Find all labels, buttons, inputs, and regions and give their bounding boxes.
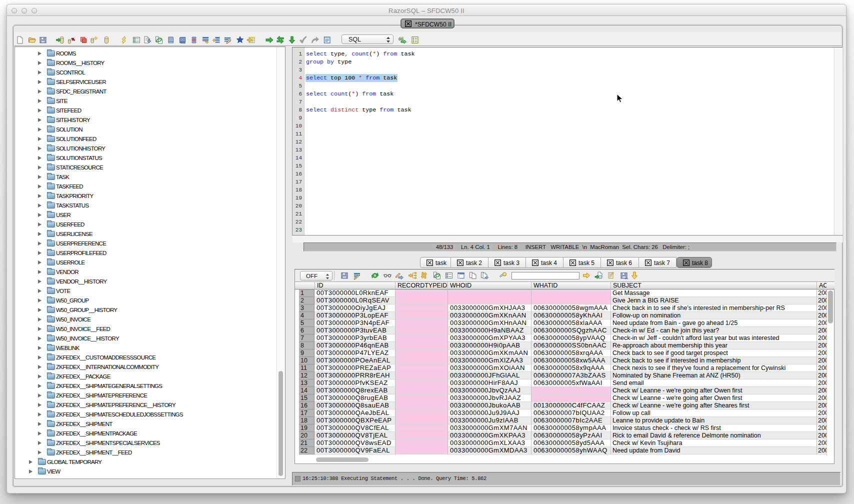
- svg-text:66: 66: [398, 36, 404, 42]
